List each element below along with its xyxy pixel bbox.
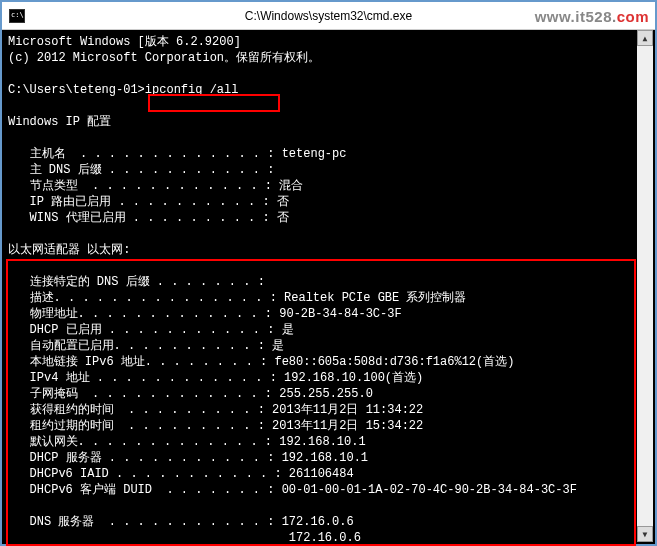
line-ip-routing: IP 路由已启用 . . . . . . . . . . : 否 [8,195,289,209]
line-adapter-header: 以太网适配器 以太网: [8,243,130,257]
line-physical-addr: 物理地址. . . . . . . . . . . . . : 90-2B-34… [8,307,402,321]
app-icon-area [2,2,32,29]
line-dns-suffix: 主 DNS 后缀 . . . . . . . . . . . : [8,163,274,177]
line-copyright: (c) 2012 Microsoft Corporation。保留所有权利。 [8,51,320,65]
line-subnet: 子网掩码 . . . . . . . . . . . . : 255.255.2… [8,387,373,401]
watermark-prefix: www.it528. [535,8,617,25]
terminal-output[interactable]: Microsoft Windows [版本 6.2.9200] (c) 2012… [2,30,655,544]
line-dns-servers: DNS 服务器 . . . . . . . . . . . : 172.16.0… [8,515,354,529]
watermark: www.it528.com [535,8,649,25]
scrollbar[interactable]: ▲ ▼ [637,30,653,542]
scroll-down-button[interactable]: ▼ [637,526,653,542]
line-node-type: 节点类型 . . . . . . . . . . . . : 混合 [8,179,303,193]
line-prompt: C:\Users\teteng-01>ipconfig /all [8,83,238,97]
chevron-up-icon: ▲ [643,34,648,43]
line-dhcp-server: DHCP 服务器 . . . . . . . . . . . : 192.168… [8,451,368,465]
line-dhcpv6-iaid: DHCPv6 IAID . . . . . . . . . . . : 2611… [8,467,354,481]
line-lease-obtained: 获得租约的时间 . . . . . . . . . : 2013年11月2日 1… [8,403,423,417]
line-lease-expires: 租约过期的时间 . . . . . . . . . : 2013年11月2日 1… [8,419,423,433]
line-header: Windows IP 配置 [8,115,111,129]
line-dhcp-enabled: DHCP 已启用 . . . . . . . . . . . : 是 [8,323,294,337]
line-wins-proxy: WINS 代理已启用 . . . . . . . . . : 否 [8,211,289,225]
cmd-icon [9,9,25,23]
line-description: 描述. . . . . . . . . . . . . . . : Realte… [8,291,466,305]
chevron-down-icon: ▼ [643,530,648,539]
window-frame: C:\Windows\system32\cmd.exe www.it528.co… [0,0,657,546]
watermark-suffix: com [617,8,649,25]
scroll-up-button[interactable]: ▲ [637,30,653,46]
line-autoconfig: 自动配置已启用. . . . . . . . . . : 是 [8,339,284,353]
line-dns-servers2: 172.16.0.6 [8,531,361,544]
line-version: Microsoft Windows [版本 6.2.9200] [8,35,241,49]
line-conn-dns: 连接特定的 DNS 后缀 . . . . . . . : [8,275,265,289]
line-ipv6-local: 本地链接 IPv6 地址. . . . . . . . : fe80::605a… [8,355,514,369]
line-gateway: 默认网关. . . . . . . . . . . . . : 192.168.… [8,435,366,449]
line-dhcpv6-duid: DHCPv6 客户端 DUID . . . . . . . : 00-01-00… [8,483,577,497]
line-hostname: 主机名 . . . . . . . . . . . . . : teteng-p… [8,147,346,161]
line-ipv4-addr: IPv4 地址 . . . . . . . . . . . . : 192.16… [8,371,423,385]
